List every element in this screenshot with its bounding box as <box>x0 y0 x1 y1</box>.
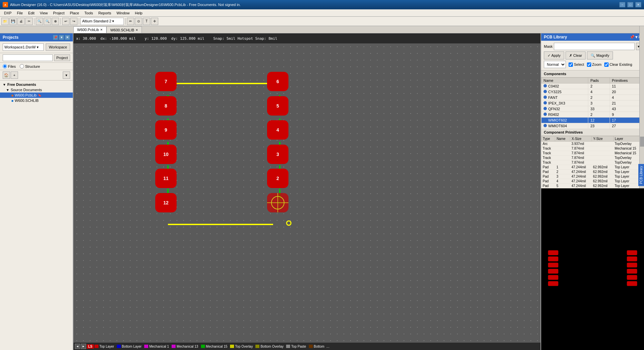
circle-btn[interactable]: ⊙ <box>135 18 142 25</box>
comp-row-cy3225[interactable]: CY3225 4 20 <box>542 89 644 95</box>
clear-existing-checkbox[interactable] <box>604 62 609 67</box>
select-checkbox[interactable] <box>569 62 573 67</box>
zoom-fit-btn[interactable]: ⊕ <box>52 18 59 25</box>
filter-mode-select[interactable]: Normal <box>544 61 566 68</box>
pcb-library-side-tab[interactable]: PCB Library <box>638 164 644 186</box>
right-panel-pin-btn[interactable]: 📌 <box>630 35 635 39</box>
toolbar-btn-2[interactable]: 💾 <box>9 18 17 25</box>
tab-pcblib-close[interactable]: ✕ <box>100 28 103 31</box>
zoom-out-btn[interactable]: 🔍 <box>44 18 51 25</box>
scheme-dropdown[interactable]: Altium Standard 2 ▾ <box>80 18 124 25</box>
zoom-in-btn[interactable]: 🔍 <box>36 18 43 25</box>
col-pads[interactable]: Pads <box>588 78 610 83</box>
proj-home-btn[interactable]: 🏠 <box>3 71 10 79</box>
prim-col-xsize[interactable]: X-Size <box>570 136 592 142</box>
layer-nav-next[interactable]: ► <box>81 344 86 349</box>
layer-mech13[interactable]: Mechanical 13 <box>172 345 198 348</box>
layer-mech1[interactable]: Mechanical 1 <box>144 345 169 348</box>
layer-toppaste[interactable]: Top Paste <box>286 345 306 348</box>
zoom-checkbox[interactable] <box>587 62 591 67</box>
pad-5[interactable]: 5 <box>267 96 288 116</box>
structure-radio[interactable]: Structure <box>20 64 40 68</box>
pen-btn[interactable]: ✏ <box>127 18 134 25</box>
select-checkbox-label[interactable]: Select <box>569 62 584 67</box>
canvas-area[interactable]: x: 30.000 dx: -100.000 mil y: 120.000 dy… <box>73 33 541 350</box>
toolbar-btn-4[interactable]: ✂ <box>25 18 33 25</box>
layer-bottomoverlay[interactable]: Bottom Overlay <box>255 345 283 348</box>
comp-row-wmiot602[interactable]: WMIOT602 12 17 <box>542 118 644 123</box>
layer-bottom2[interactable]: Bottom <box>309 345 325 348</box>
col-name[interactable]: Name <box>542 78 588 83</box>
pad-8[interactable]: 8 <box>155 96 177 116</box>
pad-12[interactable]: 12 <box>155 193 177 212</box>
text-btn[interactable]: T <box>143 18 150 25</box>
proj-add-btn[interactable]: + <box>11 71 18 79</box>
comp-row-qfn32[interactable]: QFN32 33 43 <box>542 106 644 112</box>
tab-pcblib[interactable]: W600.PcbLib ✕ <box>73 26 106 33</box>
prim-row-6[interactable]: Pad 2 47.244mil 62.992mil Top Layer <box>542 170 644 174</box>
layer-mech15[interactable]: Mechanical 15 <box>201 345 227 348</box>
files-radio-input[interactable] <box>3 64 7 68</box>
redo-btn[interactable]: ↪ <box>70 18 77 25</box>
layer-top[interactable]: Top Layer <box>94 345 114 348</box>
panel-close-btn[interactable]: ✕ <box>65 35 70 40</box>
menu-item-help[interactable]: Help <box>132 10 145 16</box>
toolbar-btn-3[interactable]: 🖨 <box>17 18 25 25</box>
pad-6[interactable]: 6 <box>267 72 288 91</box>
structure-radio-input[interactable] <box>20 64 24 68</box>
prim-scrollbar-thumb[interactable] <box>640 137 644 147</box>
prim-row-0[interactable]: Arc 3.937mil TopOverlay <box>542 142 644 146</box>
toolbar-btn-1[interactable]: 📁 <box>1 18 9 25</box>
tree-source-docs[interactable]: ▼ Source Documents <box>0 87 73 93</box>
comp-row-r0402[interactable]: R0402 2 9 <box>542 112 644 118</box>
panel-menu-btn[interactable]: ▾ <box>59 35 64 40</box>
mask-input[interactable] <box>554 43 635 50</box>
comp-row-ipex_3x3[interactable]: IPEX_3X3 3 21 <box>542 101 644 106</box>
prim-row-1[interactable]: Track 7.874mil Mechanical 15 <box>542 146 644 151</box>
prim-row-9[interactable]: Pad 5 47.244mil 62.992mil Top Layer <box>542 184 644 188</box>
proj-arrow-btn[interactable]: ▾ <box>63 71 70 79</box>
tab-schlib-close[interactable]: ✕ <box>136 28 138 32</box>
layer-nav-prev[interactable]: ◄ <box>75 344 80 349</box>
magnify-button[interactable]: 🔍 Magnify <box>587 51 613 59</box>
prim-row-2[interactable]: Track 7.874mil Mechanical 15 <box>542 151 644 156</box>
menu-item-reports[interactable]: Reports <box>95 10 114 16</box>
tree-free-docs[interactable]: ▼ Free Documents <box>0 82 73 87</box>
apply-button[interactable]: ✓ Apply <box>544 51 564 59</box>
workspace-dropdown[interactable]: Workspace1.DsnW ▾ <box>3 43 44 51</box>
pad-1[interactable] <box>267 193 288 212</box>
comp-row-c0402[interactable]: C0402 2 11 <box>542 83 644 89</box>
pad-4[interactable]: 4 <box>267 120 288 140</box>
tree-schlib[interactable]: ■ W600.SCHLIB <box>0 98 73 103</box>
pad-7[interactable]: 7 <box>155 72 177 91</box>
prim-row-5[interactable]: Pad 1 47.244mil 62.992mil Top Layer <box>542 165 644 170</box>
files-radio[interactable]: Files <box>3 64 16 68</box>
menu-item-edit[interactable]: Edit <box>25 10 37 16</box>
clear-existing-checkbox-label[interactable]: Clear Existing <box>604 62 632 67</box>
maximize-button[interactable]: □ <box>627 2 633 7</box>
pad-10[interactable]: 10 <box>155 145 177 164</box>
prim-row-3[interactable]: Track 7.874mil TopOverlay <box>542 156 644 160</box>
col-primitives[interactable]: Primitives <box>610 78 644 83</box>
prim-col-name[interactable]: Name <box>555 136 570 142</box>
menu-item-file[interactable]: File <box>14 10 26 16</box>
menu-item-view[interactable]: View <box>37 10 50 16</box>
prim-row-7[interactable]: Pad 3 47.244mil 62.992mil Top Layer <box>542 174 644 179</box>
menu-item-project[interactable]: Project <box>50 10 67 16</box>
comp-row-wmiot604[interactable]: WMIOT604 23 27 <box>542 123 644 129</box>
menu-item-place[interactable]: Place <box>67 10 82 16</box>
tab-schlib[interactable]: W600.SCHLIB ✕ <box>106 26 142 33</box>
minimize-button[interactable]: − <box>619 2 625 7</box>
layer-ls-indicator[interactable]: LS <box>87 344 94 349</box>
close-button[interactable]: ✕ <box>635 2 641 7</box>
menu-item-dxp[interactable]: DXP <box>1 10 14 16</box>
comp-row-fant[interactable]: FANT 2 4 <box>542 95 644 101</box>
prim-col-type[interactable]: Type <box>542 136 555 142</box>
workspace-button[interactable]: Workspace <box>46 43 70 51</box>
pad-11[interactable]: 11 <box>155 169 177 188</box>
layer-topoverlay[interactable]: Top Overlay <box>230 345 253 348</box>
menu-item-tools[interactable]: Tools <box>82 10 96 16</box>
undo-btn[interactable]: ↩ <box>62 18 69 25</box>
project-search-input[interactable] <box>3 54 53 61</box>
zoom-checkbox-label[interactable]: Zoom <box>587 62 602 67</box>
